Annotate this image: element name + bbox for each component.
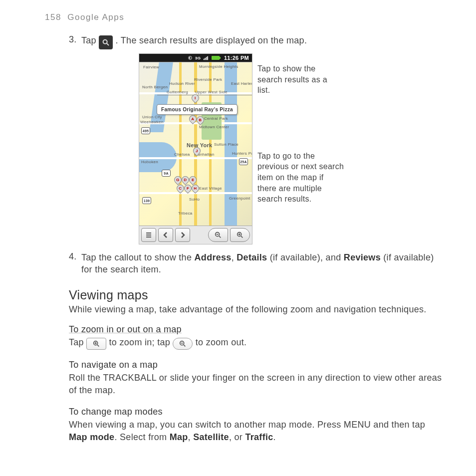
callout-nav: Tap to go to the previous or next search… bbox=[257, 151, 345, 205]
svg-line-17 bbox=[184, 345, 185, 346]
status-bar: 3G 11:26 PM bbox=[139, 54, 252, 62]
page-header: 158 Google Apps bbox=[45, 12, 446, 22]
step-body: Tap the callout to show the Address, Det… bbox=[81, 251, 446, 276]
svg-line-1 bbox=[107, 43, 109, 45]
viewing-maps-section: Viewing maps While viewing a map, take a… bbox=[45, 288, 446, 444]
list-results-button[interactable] bbox=[141, 228, 156, 242]
map-label: East Harlem bbox=[231, 81, 252, 86]
zoom-out-icon[interactable] bbox=[173, 338, 193, 350]
route-shield: 25A bbox=[239, 158, 248, 165]
map-label: Upper West Side bbox=[195, 90, 228, 94]
signal-icon bbox=[203, 55, 209, 60]
page-number: 158 bbox=[45, 12, 61, 22]
map-label: East Village bbox=[199, 186, 222, 191]
map-label: Union City bbox=[142, 115, 162, 119]
map-label: Greenpoint bbox=[229, 196, 250, 201]
phone-screenshot: 3G 11:26 PM bbox=[139, 53, 252, 244]
map-label: North Bergen bbox=[142, 85, 168, 89]
map-bottom-bar bbox=[139, 226, 252, 244]
network-3g-icon: 3G bbox=[195, 56, 201, 60]
route-shield: 495 bbox=[141, 127, 150, 134]
step-4: 4. Tap the callout to show the Address, … bbox=[69, 251, 446, 276]
svg-rect-4 bbox=[220, 57, 221, 59]
navigate-body: Roll the TRACKBALL or slide your finger … bbox=[69, 372, 446, 397]
svg-line-9 bbox=[241, 236, 242, 238]
map-label: Fairview bbox=[143, 65, 159, 69]
map-label: Central Park bbox=[204, 116, 228, 121]
modes-body: When viewing a map, you can switch to an… bbox=[69, 419, 446, 444]
section-lead: While viewing a map, take advantage of t… bbox=[69, 303, 446, 316]
map-label: Hudson River bbox=[169, 81, 195, 86]
map-label: Tribeca bbox=[178, 211, 192, 216]
step3-post: . The search results are displayed on th… bbox=[116, 35, 307, 45]
map-label: Riverside Park bbox=[194, 77, 222, 82]
map-label: Hunters Point bbox=[232, 151, 252, 156]
prev-result-button[interactable] bbox=[158, 228, 173, 242]
sound-icon bbox=[188, 55, 193, 60]
step-3: 3. Tap . The search results are displaye… bbox=[69, 34, 446, 49]
step-number: 3. bbox=[69, 34, 81, 49]
result-callout[interactable]: Famous Original Ray's Pizza bbox=[157, 104, 238, 115]
navigate-subheading: To navigate on a map bbox=[69, 360, 446, 371]
zoom-subheading: To zoom in or out on a map bbox=[69, 324, 446, 335]
step-number: 4. bbox=[69, 251, 81, 276]
map-label: SoHo bbox=[189, 197, 200, 202]
map-label: Midtown Center bbox=[199, 125, 229, 129]
map-label: Hoboken bbox=[141, 160, 158, 164]
zoom-in-icon[interactable] bbox=[86, 338, 106, 350]
svg-line-13 bbox=[97, 345, 99, 346]
search-icon[interactable] bbox=[99, 35, 113, 49]
section-name: Google Apps bbox=[67, 12, 124, 22]
figure-callouts: Tap to show the search results as a list… bbox=[257, 53, 446, 205]
section-heading: Viewing maps bbox=[69, 288, 446, 302]
screenshot-figure: 3G 11:26 PM bbox=[69, 53, 446, 244]
callout-list: Tap to show the search results as a list… bbox=[257, 63, 342, 96]
step-body: Tap . The search results are displayed o… bbox=[81, 34, 307, 49]
modes-subheading: To change map modes bbox=[69, 407, 446, 418]
next-result-button[interactable] bbox=[175, 228, 190, 242]
route-shield: 9A bbox=[162, 170, 171, 177]
map-label: Morningside Heights bbox=[199, 64, 238, 69]
svg-rect-3 bbox=[212, 56, 220, 60]
map-label: New York bbox=[187, 142, 213, 148]
map-label: Sutton Place bbox=[214, 142, 238, 147]
leader-line bbox=[157, 95, 252, 95]
svg-point-0 bbox=[103, 40, 107, 44]
zoom-body: Tap to zoom in; tap to zoom out. bbox=[69, 336, 446, 350]
map-label: Guttenberg bbox=[167, 90, 188, 94]
route-shield: 139 bbox=[142, 197, 151, 204]
zoom-out-button[interactable] bbox=[208, 228, 228, 242]
svg-line-6 bbox=[219, 236, 221, 238]
step3-pre: Tap bbox=[81, 35, 99, 45]
map-area[interactable]: Fairview Morningside Heights Riverside P… bbox=[139, 62, 252, 226]
zoom-in-button[interactable] bbox=[230, 228, 250, 242]
battery-icon bbox=[212, 55, 222, 60]
clock-time: 11:26 PM bbox=[224, 55, 249, 61]
map-label: Chelsea bbox=[174, 152, 190, 157]
map-label: Weehawken bbox=[140, 120, 164, 124]
